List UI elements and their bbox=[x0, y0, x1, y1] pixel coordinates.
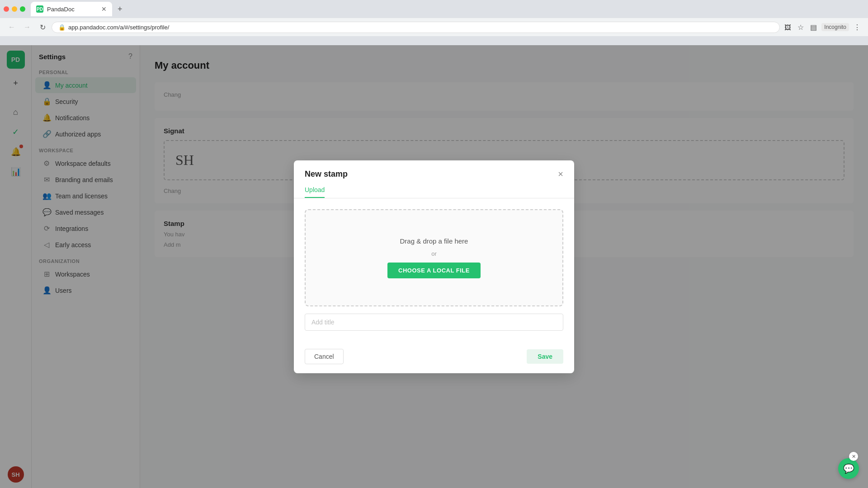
profile-btn[interactable]: Incognito bbox=[821, 23, 849, 31]
tab-upload[interactable]: Upload bbox=[305, 183, 325, 198]
upload-drop-zone[interactable]: Drag & drop a file here or CHOOSE A LOCA… bbox=[305, 209, 563, 306]
extensions-btn[interactable]: ⋮ bbox=[852, 21, 863, 33]
refresh-btn[interactable]: ↻ bbox=[36, 21, 49, 33]
modal-body: Drag & drop a file here or CHOOSE A LOCA… bbox=[294, 198, 574, 349]
window-close-btn[interactable] bbox=[4, 6, 9, 12]
lock-icon: 🔒 bbox=[58, 24, 66, 31]
modal-title: New stamp bbox=[305, 169, 348, 179]
save-btn[interactable]: Save bbox=[527, 349, 563, 364]
forward-btn[interactable]: → bbox=[21, 21, 33, 33]
modal-overlay: New stamp × Upload Drag & drop a file he… bbox=[0, 45, 868, 488]
new-tab-btn[interactable]: + bbox=[114, 3, 126, 16]
back-btn[interactable]: ← bbox=[5, 21, 18, 33]
browser-chrome: PD PandaDoc ✕ + ← → ↻ 🔒 app.pandadoc.com… bbox=[0, 0, 868, 45]
drag-drop-text: Drag & drop a file here bbox=[400, 237, 468, 245]
new-stamp-modal: New stamp × Upload Drag & drop a file he… bbox=[294, 160, 574, 373]
modal-tabs: Upload bbox=[294, 183, 574, 198]
choose-local-file-btn[interactable]: CHOOSE A LOCAL FILE bbox=[387, 263, 481, 278]
cancel-btn[interactable]: Cancel bbox=[305, 349, 344, 364]
modal-header: New stamp × bbox=[294, 160, 574, 179]
modal-footer: Cancel Save bbox=[294, 349, 574, 373]
browser-controls: ← → ↻ 🔒 app.pandadoc.com/a/#/settings/pr… bbox=[0, 18, 868, 36]
address-bar[interactable]: 🔒 app.pandadoc.com/a/#/settings/profile/ bbox=[52, 22, 780, 33]
address-text: app.pandadoc.com/a/#/settings/profile/ bbox=[68, 24, 773, 31]
title-input[interactable] bbox=[305, 314, 563, 331]
no-image-icon[interactable]: 🖼 bbox=[783, 22, 793, 33]
tab-favicon: PD bbox=[36, 5, 43, 13]
or-text: or bbox=[431, 250, 437, 257]
browser-tab[interactable]: PD PandaDoc ✕ bbox=[31, 2, 112, 16]
browser-titlebar: PD PandaDoc ✕ + bbox=[0, 0, 868, 18]
sidebar-toggle-btn[interactable]: ▤ bbox=[808, 21, 819, 33]
chat-close-btn[interactable]: ✕ bbox=[849, 452, 858, 461]
chat-icon: 💬 bbox=[843, 463, 854, 474]
bookmark-icon[interactable]: ☆ bbox=[796, 21, 806, 33]
window-minimize-btn[interactable] bbox=[12, 6, 17, 12]
tab-close-btn[interactable]: ✕ bbox=[101, 5, 107, 13]
modal-close-btn[interactable]: × bbox=[558, 169, 563, 178]
chat-btn[interactable]: 💬 bbox=[838, 458, 859, 479]
window-maximize-btn[interactable] bbox=[20, 6, 25, 12]
tab-title: PandaDoc bbox=[47, 6, 75, 13]
browser-actions: 🖼 ☆ ▤ Incognito ⋮ bbox=[783, 21, 863, 33]
